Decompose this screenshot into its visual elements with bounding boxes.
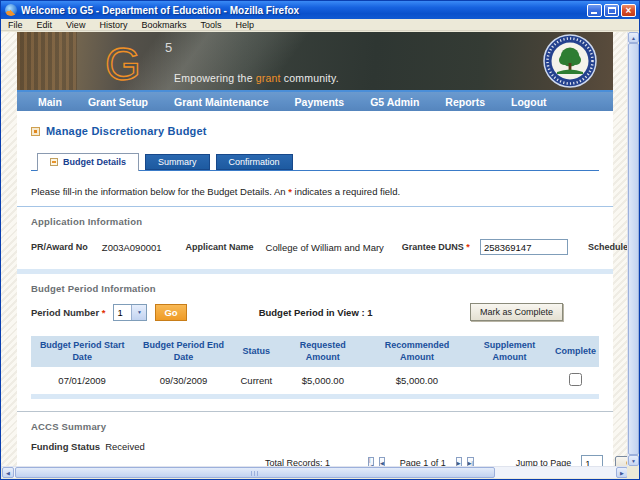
last-page-button[interactable]: ▶| <box>467 457 474 466</box>
budget-period-title: Budget Period Information <box>31 283 599 294</box>
cell-end-date: 09/30/2009 <box>133 367 233 394</box>
cell-requested: $5,000.00 <box>279 367 367 394</box>
period-number-select[interactable]: 1 ▼ <box>113 304 147 321</box>
nav-logout[interactable]: Logout <box>498 96 560 108</box>
title-bar: Welcome to G5 - Department of Education … <box>1 1 639 19</box>
cell-recommended: $5,000.00 <box>367 367 467 394</box>
tab-page-icon <box>50 158 58 166</box>
dept-of-education-seal-icon <box>543 34 597 88</box>
jump-to-page-label: Jump to Page <box>516 458 572 466</box>
required-asterisk: * <box>102 307 106 318</box>
cell-status: Current <box>234 367 279 394</box>
col-start-date: Budget Period Start Date <box>31 336 133 367</box>
nav-grant-maintenance[interactable]: Grant Maintenance <box>161 96 282 108</box>
menu-view[interactable]: View <box>59 20 92 30</box>
accs-summary-title: ACCS Summary <box>31 421 599 432</box>
table-band <box>31 394 599 399</box>
minimize-button[interactable] <box>587 4 602 17</box>
section-band <box>17 269 613 274</box>
instruction-text: Please fill-in the information below for… <box>31 186 599 197</box>
scroll-left-icon[interactable]: ◀ <box>2 467 14 478</box>
pagination-bar: Total Records: 1 |◀ ◀ Page 1 of 1 ▶ ▶| J… <box>31 455 599 466</box>
complete-checkbox[interactable] <box>569 373 582 386</box>
table-header-row: Budget Period Start Date Budget Period E… <box>31 336 599 367</box>
maximize-button[interactable] <box>604 4 619 17</box>
col-recommended: Recommended Amount <box>367 336 467 367</box>
g5-banner: G 5 Empowering the grant community. <box>17 32 613 90</box>
close-button[interactable]: × <box>621 4 636 17</box>
menu-edit[interactable]: Edit <box>30 20 60 30</box>
menu-help[interactable]: Help <box>228 20 261 30</box>
tab-bar: Budget Details Summary Confirmation <box>31 153 599 171</box>
scroll-down-icon[interactable]: ▼ <box>628 455 639 466</box>
required-asterisk: * <box>466 242 470 252</box>
page-title: Manage Discretionary Budget <box>46 125 207 137</box>
menu-bar: File Edit View History Bookmarks Tools H… <box>1 19 639 31</box>
nav-main[interactable]: Main <box>25 96 75 108</box>
section-divider <box>17 411 613 412</box>
cell-start-date: 07/01/2009 <box>31 367 133 394</box>
col-complete: Complete <box>552 336 599 367</box>
main-nav: Main Grant Setup Grant Maintenance Payme… <box>17 92 613 111</box>
period-go-button[interactable]: Go <box>155 304 186 321</box>
tab-summary[interactable]: Summary <box>145 154 210 170</box>
col-requested: Requested Amount <box>279 336 367 367</box>
prev-page-button[interactable]: ◀ <box>379 457 385 466</box>
schedule-no-label: Schedule No <box>588 242 628 252</box>
total-records: Total Records: 1 <box>265 458 330 466</box>
page-indicator: Page 1 of 1 <box>400 458 446 466</box>
funding-status-row: Funding StatusReceived <box>31 441 599 452</box>
budget-period-table: Budget Period Start Date Budget Period E… <box>31 336 599 394</box>
applicant-name-value: College of William and Mary <box>266 242 384 253</box>
budget-period-in-view: Budget Period in View : 1 <box>259 307 373 318</box>
nav-grant-setup[interactable]: Grant Setup <box>75 96 161 108</box>
next-page-button[interactable]: ▶ <box>456 457 462 466</box>
menu-history[interactable]: History <box>92 20 134 30</box>
period-selected-value: 1 <box>114 305 131 320</box>
section-divider <box>17 206 613 207</box>
tab-budget-details[interactable]: Budget Details <box>37 153 139 171</box>
scrollbar-corner <box>627 466 638 478</box>
horizontal-scrollbar[interactable]: ◀ ▶ <box>2 466 628 478</box>
nav-g5-admin[interactable]: G5 Admin <box>357 96 432 108</box>
pr-award-value: Z003A090001 <box>102 242 162 253</box>
g5-logo-icon: G <box>101 38 163 86</box>
maximize-icon <box>608 7 616 14</box>
banner-tagline: Empowering the grant community. <box>174 72 339 84</box>
svg-text:G: G <box>105 38 141 86</box>
menu-file[interactable]: File <box>1 20 30 30</box>
page-heading: Manage Discretionary Budget <box>31 125 599 137</box>
menu-tools[interactable]: Tools <box>193 20 228 30</box>
browser-window: Welcome to G5 - Department of Education … <box>0 0 640 480</box>
first-page-button[interactable]: |◀ <box>368 457 374 466</box>
vertical-scroll-thumb[interactable] <box>628 43 639 455</box>
applicant-name-label: Applicant Name <box>186 242 254 252</box>
menu-bookmarks[interactable]: Bookmarks <box>134 20 193 30</box>
period-row: Period Number * 1 ▼ Go Budget Period in … <box>31 303 599 321</box>
application-info-title: Application Information <box>31 216 599 227</box>
col-status: Status <box>234 336 279 367</box>
minimize-icon <box>591 12 597 14</box>
nav-reports[interactable]: Reports <box>432 96 498 108</box>
application-info-row: PR/Award No Z003A090001 Applicant Name C… <box>31 239 599 255</box>
page-viewport: G 5 Empowering the grant community. <box>1 32 628 466</box>
mark-as-complete-button[interactable]: Mark as Complete <box>470 303 563 321</box>
vertical-scrollbar[interactable]: ▲ ▼ <box>627 32 638 466</box>
grantee-duns-input[interactable] <box>480 239 568 255</box>
pr-award-label: PR/Award No <box>31 242 88 252</box>
g5-logo-five: 5 <box>165 40 172 55</box>
scroll-up-icon[interactable]: ▲ <box>628 32 639 43</box>
col-end-date: Budget Period End Date <box>133 336 233 367</box>
page-content: Manage Discretionary Budget Budget Detai… <box>17 111 613 466</box>
jump-to-page-input[interactable] <box>581 455 603 466</box>
page-body: G 5 Empowering the grant community. <box>17 32 613 466</box>
funding-status-value: Received <box>105 441 145 452</box>
budget-icon <box>31 127 40 136</box>
grantee-duns-label: Grantee DUNS * <box>402 242 470 252</box>
col-supplement: Supplement Amount <box>467 336 552 367</box>
cell-complete <box>552 367 599 394</box>
horizontal-scroll-thumb[interactable] <box>15 467 495 478</box>
firefox-icon <box>5 4 17 16</box>
tab-confirmation[interactable]: Confirmation <box>216 154 293 170</box>
nav-payments[interactable]: Payments <box>282 96 358 108</box>
